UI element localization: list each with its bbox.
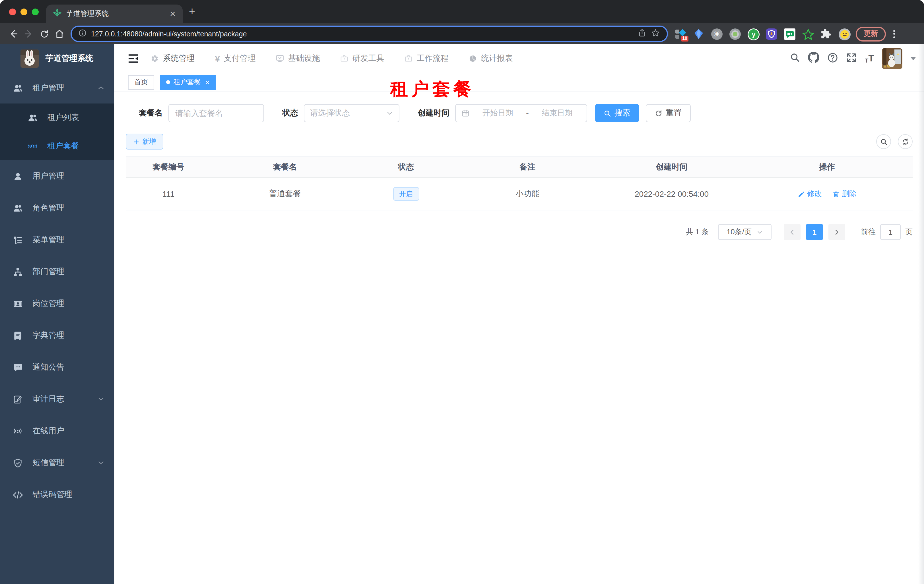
font-size-icon[interactable]: TT — [865, 53, 874, 64]
sidebar-item-error-code[interactable]: 错误码管理 — [0, 479, 114, 511]
sidebar-item-post-management[interactable]: 岗位管理 — [0, 288, 114, 319]
window-controls[interactable] — [9, 8, 39, 15]
bookmark-star-icon[interactable] — [651, 28, 660, 39]
refresh-table-button[interactable] — [898, 134, 912, 149]
sidebar-item-audit-log[interactable]: 审计日志 — [0, 383, 114, 415]
add-button[interactable]: 新增 — [126, 133, 163, 150]
extension-y-icon[interactable]: y — [747, 28, 759, 39]
browser-menu-icon[interactable] — [891, 28, 897, 40]
chevron-down-icon — [386, 110, 393, 117]
filter-label: 状态 — [282, 108, 298, 118]
sidebar-item-sms-management[interactable]: 短信管理 — [0, 447, 114, 479]
tab-close-icon[interactable]: ✕ — [170, 10, 176, 18]
search-icon — [604, 109, 611, 117]
sidebar-item-online-users[interactable]: 在线用户 — [0, 415, 114, 447]
avatar[interactable]: 0:7045 — [882, 48, 903, 69]
extension-record-icon[interactable] — [729, 28, 741, 39]
home-icon[interactable] — [52, 26, 67, 41]
extension-puzzle-icon[interactable] — [820, 28, 832, 39]
top-menu-reports[interactable]: 统计报表 — [469, 53, 513, 64]
chevron-down-icon — [757, 229, 763, 235]
chevron-down-icon — [98, 395, 104, 404]
back-icon[interactable] — [6, 26, 21, 41]
extension-chat-icon[interactable] — [784, 28, 795, 39]
top-menu-workflow[interactable]: 工作流程 — [405, 53, 449, 64]
rabbit-logo — [20, 49, 39, 67]
reset-button[interactable]: 重置 — [646, 104, 691, 122]
sidebar-item-tenant-list[interactable]: 租户列表 — [0, 104, 114, 132]
browser-tab-strip: 芋道管理系统 ✕ + — [0, 0, 924, 23]
edit-button[interactable]: 修改 — [797, 189, 822, 199]
extension-grid-icon[interactable]: 10 — [675, 28, 686, 39]
show-search-button[interactable] — [876, 134, 891, 149]
site-info-icon[interactable] — [79, 29, 86, 39]
forward-icon[interactable] — [21, 26, 36, 41]
delete-button[interactable]: 删除 — [832, 189, 856, 199]
sidebar-item-user-management[interactable]: 用户管理 — [0, 160, 114, 192]
share-icon[interactable] — [638, 28, 646, 39]
github-icon[interactable] — [808, 52, 819, 66]
url-text[interactable]: 127.0.0.1:48080/admin-ui/system/tenant/p… — [91, 30, 633, 38]
col-header-status: 状态 — [359, 162, 453, 172]
goto-page-input[interactable] — [880, 224, 901, 240]
prev-page-button[interactable] — [784, 224, 800, 240]
tag-tenant-package[interactable]: 租户套餐 × — [160, 75, 216, 90]
tab-title: 芋道管理系统 — [66, 9, 165, 19]
total-count: 共 1 条 — [686, 227, 709, 237]
new-tab-button[interactable]: + — [189, 5, 195, 18]
goto-label: 前往 — [861, 227, 876, 237]
date-separator: - — [526, 109, 528, 118]
page-annotation-title: 租户套餐 — [390, 77, 475, 101]
sidebar-item-tenant-management[interactable]: 租户管理 — [0, 73, 114, 104]
search-button[interactable]: 搜索 — [595, 104, 639, 122]
sidebar-logo[interactable]: 芋道管理系统 — [0, 44, 114, 73]
sidebar-item-tenant-package[interactable]: 租户套餐 — [0, 132, 114, 160]
status-select[interactable]: 请选择状态 — [304, 104, 399, 122]
sidebar-item-dept-management[interactable]: 部门管理 — [0, 256, 114, 288]
browser-update-button[interactable]: 更新 — [856, 26, 886, 41]
top-menu-payment[interactable]: ¥ 支付管理 — [215, 53, 256, 64]
end-date-placeholder[interactable]: 结束日期 — [533, 108, 581, 118]
extension-command-icon[interactable]: ⌘ — [711, 28, 723, 39]
package-name-input[interactable] — [168, 104, 264, 122]
page-1-button[interactable]: 1 — [806, 224, 823, 240]
close-window-button[interactable] — [9, 8, 16, 15]
search-label: 搜索 — [614, 108, 630, 118]
reset-label: 重置 — [666, 108, 681, 118]
top-menu-devtools[interactable]: 研发工具 — [340, 53, 384, 64]
collapse-sidebar-icon[interactable] — [128, 54, 138, 63]
minimize-window-button[interactable] — [20, 8, 27, 15]
sidebar-item-menu-management[interactable]: 菜单管理 — [0, 224, 114, 256]
sidebar-item-role-management[interactable]: 角色管理 — [0, 192, 114, 224]
avatar-caret-icon[interactable] — [910, 57, 916, 60]
extension-star-icon[interactable] — [802, 28, 813, 39]
sidebar-item-dict-management[interactable]: 字典管理 — [0, 319, 114, 351]
cell-remark: 小功能 — [453, 189, 602, 199]
package-table: 套餐编号 套餐名 状态 备注 创建时间 操作 111 普通套餐 开启 小功能 — [126, 156, 912, 211]
chevron-left-icon — [789, 229, 795, 235]
search-icon[interactable] — [790, 52, 800, 65]
top-menu-system[interactable]: 系统管理 — [151, 53, 195, 64]
sidebar-item-label: 短信管理 — [33, 458, 64, 468]
sidebar-item-notice[interactable]: 通知公告 — [0, 351, 114, 383]
start-date-placeholder[interactable]: 开始日期 — [474, 108, 521, 118]
tag-close-icon[interactable]: × — [205, 78, 210, 86]
extension-emoji-icon[interactable] — [839, 28, 850, 39]
app-title: 芋道管理系统 — [46, 53, 93, 64]
page-size-select[interactable]: 10条/页 — [718, 224, 772, 240]
extension-kite-icon[interactable] — [693, 28, 705, 39]
browser-tab[interactable]: 芋道管理系统 ✕ — [46, 5, 183, 23]
date-range-picker[interactable]: 开始日期 - 结束日期 — [455, 104, 587, 122]
top-menu-infrastructure[interactable]: 基础设施 — [276, 53, 320, 64]
help-icon[interactable] — [827, 52, 838, 65]
app-window: 芋道管理系统 租户管理 租户列表 — [0, 44, 924, 584]
filter-package-name: 套餐名 — [139, 104, 264, 122]
zoom-window-button[interactable] — [32, 8, 39, 15]
url-bar[interactable]: 127.0.0.1:48080/admin-ui/system/tenant/p… — [71, 26, 668, 42]
next-page-button[interactable] — [828, 224, 845, 240]
fullscreen-icon[interactable] — [846, 52, 857, 65]
cell-package-name: 普通套餐 — [211, 189, 359, 199]
tag-home[interactable]: 首页 — [128, 75, 154, 90]
extension-shield-icon[interactable] — [766, 28, 777, 39]
reload-icon[interactable] — [36, 26, 52, 41]
